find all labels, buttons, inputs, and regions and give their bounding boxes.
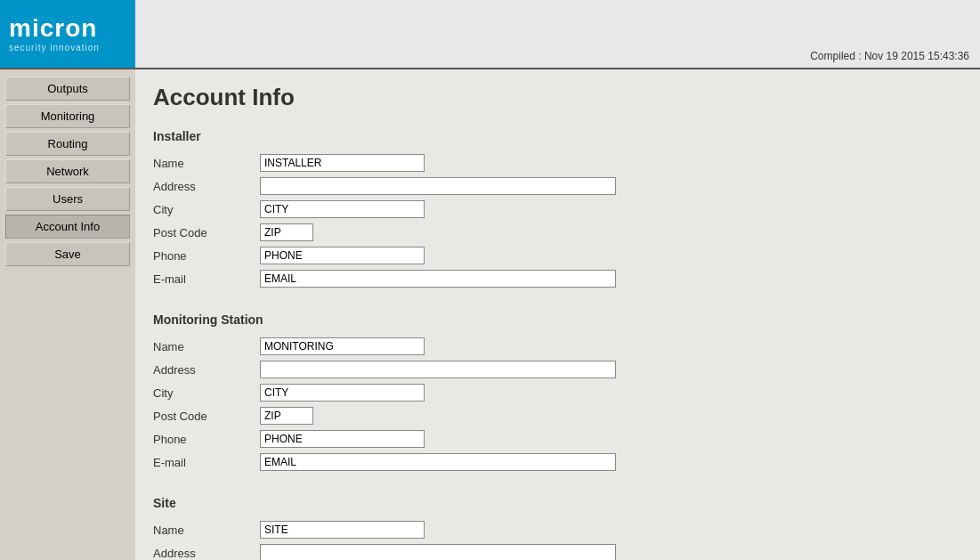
compiled-info: Compiled : Nov 19 2015 15:43:36 (810, 50, 969, 62)
sidebar-item-outputs[interactable]: Outputs (5, 77, 130, 101)
monitoring-address-row: Address (153, 361, 962, 378)
sidebar-item-network[interactable]: Network (5, 159, 130, 183)
site-name-row: Name (153, 521, 962, 539)
site-name-label: Name (153, 523, 260, 537)
installer-name-input[interactable] (260, 154, 425, 172)
monitoring-city-label: City (153, 386, 260, 400)
monitoring-name-row: Name (153, 337, 962, 355)
monitoring-name-input[interactable] (260, 337, 425, 355)
site-address-label: Address (153, 547, 260, 560)
installer-address-label: Address (153, 180, 260, 193)
logo: micron security innovation (0, 0, 135, 68)
installer-postcode-row: Post Code (153, 223, 962, 241)
site-section: Site Name Address City Post Code (153, 496, 962, 560)
installer-city-input[interactable] (260, 200, 425, 218)
installer-section-title: Installer (153, 129, 962, 143)
installer-address-input[interactable] (260, 177, 616, 195)
installer-section: Installer Name Address City Post Code Ph… (153, 129, 962, 288)
monitoring-phone-label: Phone (153, 433, 260, 446)
sidebar-item-save[interactable]: Save (5, 242, 130, 266)
monitoring-email-input[interactable] (260, 453, 616, 471)
logo-title: micron (9, 16, 126, 41)
monitoring-email-label: E-mail (153, 456, 260, 469)
installer-city-row: City (153, 200, 962, 218)
site-section-title: Site (153, 496, 962, 510)
monitoring-station-section: Monitoring Station Name Address City Pos… (153, 312, 962, 471)
monitoring-name-label: Name (153, 340, 260, 353)
monitoring-city-input[interactable] (260, 384, 425, 402)
monitoring-postcode-input[interactable] (260, 407, 313, 425)
monitoring-phone-row: Phone (153, 430, 962, 448)
installer-name-label: Name (153, 157, 260, 170)
monitoring-postcode-row: Post Code (153, 407, 962, 425)
sidebar-item-users[interactable]: Users (5, 187, 130, 211)
logo-tagline: security innovation (9, 43, 126, 53)
installer-phone-label: Phone (153, 249, 260, 263)
installer-email-label: E-mail (153, 272, 260, 286)
installer-postcode-input[interactable] (260, 223, 313, 241)
installer-email-row: E-mail (153, 270, 962, 288)
monitoring-address-label: Address (153, 363, 260, 377)
installer-email-input[interactable] (260, 270, 616, 288)
site-address-row: Address (153, 544, 962, 560)
page-title: Account Info (153, 84, 962, 111)
sidebar-item-monitoring[interactable]: Monitoring (5, 104, 130, 128)
installer-address-row: Address (153, 177, 962, 195)
sidebar-item-account-info[interactable]: Account Info (5, 215, 130, 239)
main-content: Account Info Installer Name Address City… (135, 69, 980, 560)
installer-phone-input[interactable] (260, 247, 425, 264)
site-address-input[interactable] (260, 544, 616, 560)
monitoring-phone-input[interactable] (260, 430, 425, 448)
installer-name-row: Name (153, 154, 962, 172)
installer-city-label: City (153, 203, 260, 216)
monitoring-station-section-title: Monitoring Station (153, 312, 962, 327)
monitoring-address-input[interactable] (260, 361, 616, 378)
installer-postcode-label: Post Code (153, 226, 260, 239)
monitoring-email-row: E-mail (153, 453, 962, 471)
site-name-input[interactable] (260, 521, 425, 539)
sidebar: Outputs Monitoring Routing Network Users… (0, 69, 135, 560)
monitoring-postcode-label: Post Code (153, 410, 260, 423)
installer-phone-row: Phone (153, 247, 962, 264)
sidebar-item-routing[interactable]: Routing (5, 132, 130, 156)
monitoring-city-row: City (153, 384, 962, 402)
